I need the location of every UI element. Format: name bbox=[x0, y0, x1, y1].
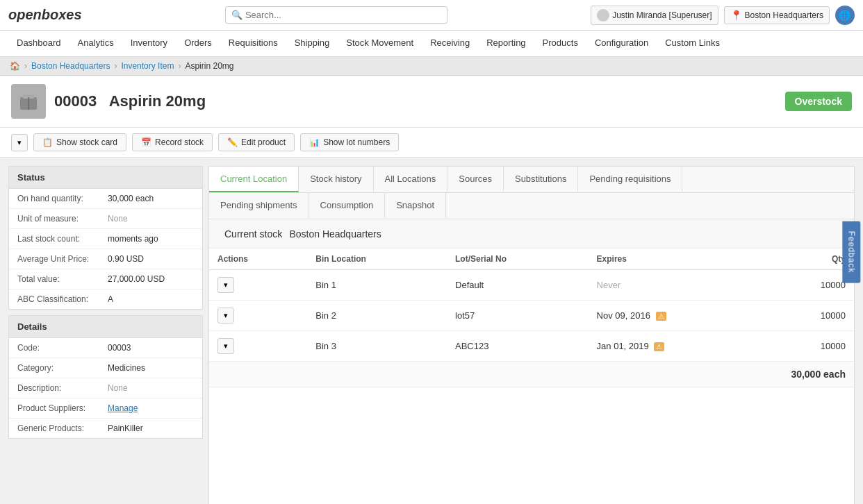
abc-label: ABC Classification: bbox=[17, 294, 108, 304]
category-row: Category: Medicines bbox=[9, 358, 202, 378]
product-code-name: 00003 Aspirin 20mg bbox=[54, 92, 206, 110]
nav-requisitions[interactable]: Requisitions bbox=[220, 31, 286, 57]
tab-consumption[interactable]: Consumption bbox=[309, 193, 386, 219]
right-panel: Current Location Stock history All Locat… bbox=[208, 166, 855, 504]
logo: openboxes bbox=[8, 7, 82, 23]
nav-products[interactable]: Products bbox=[534, 31, 586, 57]
user-button[interactable]: Justin Miranda [Superuser] bbox=[591, 6, 718, 25]
show-lot-numbers-button[interactable]: 📊 Show lot numbers bbox=[300, 133, 399, 151]
nav-custom-links[interactable]: Custom Links bbox=[657, 31, 728, 57]
page-header-left: 00003 Aspirin 20mg bbox=[11, 84, 206, 119]
total-value-row: Total value: 27,000.00 USD bbox=[9, 269, 202, 289]
record-stock-icon: 📅 bbox=[141, 137, 151, 147]
code-value: 00003 bbox=[108, 343, 131, 353]
uom-label: Unit of measure: bbox=[17, 214, 108, 224]
lot-label: Show lot numbers bbox=[323, 137, 390, 147]
nav-receiving[interactable]: Receiving bbox=[422, 31, 478, 57]
nav-reporting[interactable]: Reporting bbox=[478, 31, 534, 57]
user-icon bbox=[597, 9, 609, 22]
row-3-lot: ABC123 bbox=[447, 331, 589, 362]
nav-configuration[interactable]: Configuration bbox=[586, 31, 657, 57]
tab-pending-shipments[interactable]: Pending shipments bbox=[209, 193, 309, 219]
record-stock-button[interactable]: 📅 Record stock bbox=[132, 133, 213, 151]
nav-dashboard[interactable]: Dashboard bbox=[8, 31, 69, 57]
avg-price-value: 0.90 USD bbox=[108, 254, 144, 264]
tab-pending-requisitions[interactable]: Pending requisitions bbox=[578, 167, 682, 192]
breadcrumb-item-1[interactable]: Boston Headquarters bbox=[31, 61, 110, 71]
tab-sources[interactable]: Sources bbox=[447, 167, 504, 192]
nav-stock-movement[interactable]: Stock Movement bbox=[338, 31, 422, 57]
category-label: Category: bbox=[17, 363, 108, 373]
search-icon: 🔍 bbox=[231, 10, 243, 20]
breadcrumb-sep-3: › bbox=[178, 61, 181, 71]
location-icon: 📍 bbox=[730, 10, 742, 21]
uom-value: None bbox=[108, 214, 128, 224]
tabs-row-1: Current Location Stock history All Locat… bbox=[209, 167, 854, 193]
row-2-actions: ▾ bbox=[209, 301, 307, 331]
nav-orders[interactable]: Orders bbox=[176, 31, 220, 57]
row-3-qty: 10000 bbox=[767, 331, 854, 362]
nav-shipping[interactable]: Shipping bbox=[286, 31, 338, 57]
description-row: Description: None bbox=[9, 378, 202, 398]
page-header: 00003 Aspirin 20mg Overstock bbox=[0, 76, 863, 128]
globe-button[interactable]: 🌐 bbox=[835, 6, 855, 25]
total-value-value: 27,000.00 USD bbox=[108, 274, 165, 284]
last-stock-value: moments ago bbox=[108, 234, 158, 244]
suppliers-value[interactable]: Manage bbox=[108, 403, 138, 413]
toolbar: ▾ 📋 Show stock card 📅 Record stock ✏️ Ed… bbox=[0, 128, 863, 158]
row-1-actions: ▾ bbox=[209, 270, 307, 301]
abc-row: ABC Classification: A bbox=[9, 289, 202, 309]
total-value-label: Total value: bbox=[17, 274, 108, 284]
on-hand-value: 30,000 each bbox=[108, 194, 154, 203]
suppliers-row: Product Suppliers: Manage bbox=[9, 398, 202, 419]
row-3-actions: ▾ bbox=[209, 331, 307, 362]
nav-analytics[interactable]: Analytics bbox=[69, 31, 122, 57]
search-input[interactable] bbox=[245, 10, 441, 20]
tab-snapshot[interactable]: Snapshot bbox=[385, 193, 446, 219]
generic-value: PainKiller bbox=[108, 423, 143, 433]
on-hand-row: On hand quantity: 30,000 each bbox=[9, 189, 202, 209]
tab-current-location[interactable]: Current Location bbox=[209, 167, 299, 192]
stock-total: 30,000 each bbox=[209, 362, 854, 387]
nav-inventory[interactable]: Inventory bbox=[122, 31, 176, 57]
row-3-expires: Jan 01, 2019 ⚠ bbox=[589, 331, 767, 362]
stock-total-row: 30,000 each bbox=[209, 362, 854, 387]
avg-price-row: Average Unit Price: 0.90 USD bbox=[9, 249, 202, 269]
row-1-action-dropdown[interactable]: ▾ bbox=[217, 277, 234, 293]
top-bar-right: Justin Miranda [Superuser] 📍 Boston Head… bbox=[591, 6, 855, 25]
nav-bar: Dashboard Analytics Inventory Orders Req… bbox=[0, 31, 863, 57]
table-row: ▾ Bin 2 lot57 Nov 09, 2016 ⚠ 10000 bbox=[209, 301, 854, 331]
stock-card-icon: 📋 bbox=[42, 137, 53, 147]
feedback-tab[interactable]: Feedback bbox=[843, 221, 861, 283]
tabs-row-2: Pending shipments Consumption Snapshot bbox=[209, 193, 854, 219]
tab-substitutions[interactable]: Substitutions bbox=[504, 167, 578, 192]
product-icon bbox=[11, 84, 46, 119]
row-2-action-dropdown[interactable]: ▾ bbox=[217, 308, 234, 324]
show-stock-card-button[interactable]: 📋 Show stock card bbox=[33, 133, 126, 151]
row-3-action-dropdown[interactable]: ▾ bbox=[217, 338, 234, 354]
warning-icon-2: ⚠ bbox=[654, 342, 664, 351]
description-label: Description: bbox=[17, 383, 108, 393]
breadcrumb-home[interactable]: 🏠 bbox=[10, 61, 20, 71]
globe-icon: 🌐 bbox=[839, 10, 850, 21]
left-panel: Status On hand quantity: 30,000 each Uni… bbox=[8, 166, 203, 504]
row-3-bin: Bin 3 bbox=[307, 331, 447, 362]
status-section: Status On hand quantity: 30,000 each Uni… bbox=[8, 166, 203, 310]
uom-row: Unit of measure: None bbox=[9, 209, 202, 229]
toolbar-dropdown-button[interactable]: ▾ bbox=[11, 134, 28, 151]
location-button[interactable]: 📍 Boston Headquarters bbox=[724, 6, 830, 24]
abc-value: A bbox=[108, 294, 113, 304]
row-2-bin: Bin 2 bbox=[307, 301, 447, 331]
tab-all-locations[interactable]: All Locations bbox=[374, 167, 448, 192]
record-stock-label: Record stock bbox=[155, 137, 204, 147]
row-1-qty: 10000 bbox=[767, 270, 854, 301]
breadcrumb-item-2[interactable]: Inventory Item bbox=[121, 61, 174, 71]
search-box[interactable]: 🔍 bbox=[225, 6, 447, 24]
row-1-expires: Never bbox=[589, 270, 767, 301]
row-2-expires: Nov 09, 2016 ⚠ bbox=[589, 301, 767, 331]
top-bar: openboxes 🔍 Justin Miranda [Superuser] 📍… bbox=[0, 0, 863, 31]
user-name: Justin Miranda [Superuser] bbox=[612, 10, 712, 20]
last-stock-label: Last stock count: bbox=[17, 234, 108, 244]
tab-stock-history[interactable]: Stock history bbox=[299, 167, 373, 192]
edit-product-button[interactable]: ✏️ Edit product bbox=[218, 133, 295, 151]
